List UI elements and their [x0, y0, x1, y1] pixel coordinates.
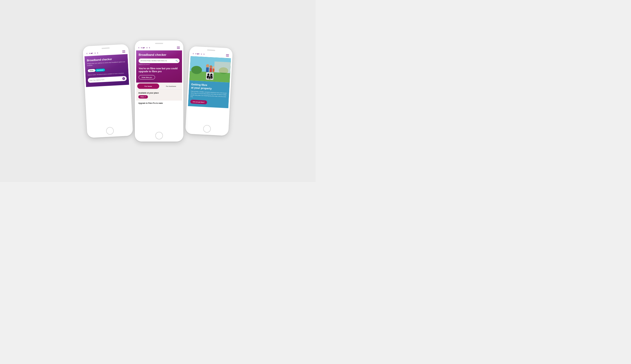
svg-rect-6 — [206, 67, 209, 72]
hamburger-line-1 — [177, 47, 180, 47]
volume-buttons — [83, 63, 84, 72]
left-search-icon[interactable]: 🔍 — [122, 77, 125, 80]
center-address-value: 20 Archers Road, Glenfield, North Shore,… — [140, 60, 174, 62]
hamburger-line-2 — [177, 47, 180, 48]
family-photo — [189, 56, 231, 83]
upgrade-title-partial: Upgrade to Fibre Pro to make — [136, 100, 182, 105]
phones-container: C HR U S Broadband checker Simply enter … — [0, 0, 316, 182]
family-image-section — [189, 56, 231, 83]
power-btn — [129, 63, 130, 67]
hamburger-line-3 — [122, 52, 125, 53]
available-section: Available at your place Fibre ✓ — [136, 90, 182, 101]
power-button — [129, 63, 130, 67]
left-address-input[interactable] — [90, 78, 122, 81]
center-broadband-title: Broadband checker — [139, 53, 180, 57]
hamburger-icon-right[interactable] — [226, 54, 229, 56]
hamburger-line-3 — [177, 49, 180, 49]
hamburger-line-3 — [226, 56, 229, 57]
center-hero-section: Broadband checker 20 Archers Road, Glenf… — [136, 50, 182, 83]
hamburger-icon-center[interactable] — [177, 47, 180, 49]
hamburger-line-2 — [226, 55, 229, 56]
center-search-icon[interactable]: 🔍 — [176, 60, 178, 62]
chorus-logo-right: C HR U S — [193, 53, 205, 55]
hamburger-line-2 — [122, 51, 125, 52]
volume-up — [83, 63, 84, 67]
can-you-get-fibre-button[interactable]: Can you get fibre? — [190, 99, 207, 104]
for-home-tab[interactable]: For home — [137, 83, 159, 89]
left-hero-section: Broadband checker Simply enter your addr… — [84, 54, 129, 87]
phone-center: C HR U S Broadband checker 20 Archers Ro… — [135, 40, 183, 142]
chorus-logo-center: C HR U S — [138, 47, 150, 49]
chorus-logo-left: C HR U S — [86, 52, 98, 54]
toggle-home-btn[interactable]: Home — [88, 69, 95, 72]
select-option-text: Select an option. Broadband options avai… — [88, 72, 126, 76]
blue-content-section: Getting fibre at your property Fibre pro… — [188, 80, 230, 108]
svg-rect-10 — [212, 68, 215, 72]
getting-fibre-line2: at your property — [191, 86, 227, 91]
family-svg — [189, 56, 231, 83]
fibre-upgrade-message: You're on fibre now but you could upgrad… — [139, 67, 180, 73]
phone-left: C HR U S Broadband checker Simply enter … — [83, 44, 133, 138]
toggle-business-btn[interactable]: Business — [95, 68, 105, 72]
home-business-toggle[interactable]: Home Business — [87, 68, 106, 73]
phone-right: C HR U S — [185, 46, 233, 136]
fibre-badge: Fibre ✓ — [138, 95, 148, 99]
volume-down — [83, 68, 84, 72]
scene: C HR U S Broadband checker Simply enter … — [0, 0, 316, 182]
getting-fibre-description: Fibre provides a reliable, consistent ex… — [191, 90, 227, 99]
hamburger-line-1 — [226, 54, 229, 55]
center-search-bar[interactable]: 20 Archers Road, Glenfield, North Shore,… — [139, 59, 180, 63]
available-title: Available at your place — [138, 92, 180, 94]
hamburger-line-1 — [122, 50, 125, 51]
getting-fibre-title: Getting fibre at your property — [191, 83, 227, 91]
center-header: C HR U S — [136, 45, 182, 50]
svg-rect-4 — [214, 61, 231, 73]
left-search-bar[interactable]: 🔍 — [88, 76, 127, 83]
left-phone-screen: C HR U S Broadband checker Simply enter … — [84, 49, 131, 127]
hamburger-icon-left[interactable] — [122, 50, 125, 53]
for-home-business-tabs: For home For business — [136, 83, 182, 90]
address-not-correct-text[interactable]: Address not correct? — [139, 64, 180, 65]
svg-rect-8 — [210, 68, 212, 72]
order-fibre-button[interactable]: Order fibre pro — [139, 75, 155, 79]
for-business-tab[interactable]: For business — [160, 83, 182, 90]
right-phone-screen: C HR U S — [187, 51, 231, 124]
center-phone-screen: C HR U S Broadband checker 20 Archers Ro… — [136, 45, 182, 130]
